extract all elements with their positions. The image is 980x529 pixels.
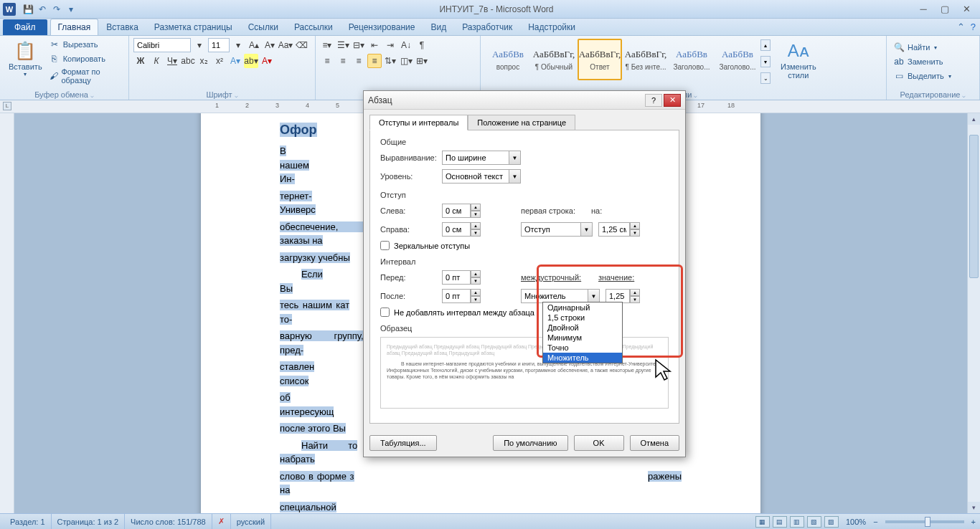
spin-up-icon[interactable]: ▲ — [630, 222, 640, 229]
alignment-dd-icon[interactable]: ▼ — [509, 151, 521, 165]
after-input[interactable] — [442, 289, 471, 303]
line-spacing-icon[interactable]: ⇅▾ — [383, 54, 397, 68]
ok-button[interactable]: OK — [574, 435, 624, 451]
tab-view[interactable]: Вид — [423, 19, 454, 35]
strikethrough-icon[interactable]: abc — [181, 54, 195, 68]
find-button[interactable]: 🔍Найти▾ — [891, 41, 975, 54]
at-value-input[interactable] — [606, 289, 630, 303]
outdent-icon[interactable]: ⇤ — [367, 38, 382, 52]
close-button[interactable]: ✕ — [958, 4, 974, 15]
minimize-button[interactable]: ─ — [915, 4, 931, 15]
multilevel-icon[interactable]: ⊟▾ — [352, 38, 366, 52]
status-spellcheck[interactable]: ✗ — [212, 514, 231, 529]
dialog-close-button[interactable]: ✕ — [664, 94, 681, 107]
vertical-scrollbar[interactable]: ▴ ▾ — [967, 113, 980, 513]
font-name-combo[interactable] — [133, 38, 191, 52]
dd-opt-min[interactable]: Минимум — [543, 333, 622, 343]
tab-mailings[interactable]: Рассылки — [286, 19, 341, 35]
spin-down-icon[interactable]: ▼ — [471, 211, 481, 218]
tab-selector-icon[interactable]: L — [3, 102, 11, 110]
font-name-dd[interactable]: ▾ — [192, 38, 207, 52]
font-size-combo[interactable] — [208, 38, 230, 52]
view-outline-icon[interactable]: ▧ — [807, 516, 821, 528]
maximize-button[interactable]: ▢ — [937, 4, 953, 15]
spin-down-icon[interactable]: ▼ — [630, 229, 640, 237]
no-space-checkbox[interactable] — [380, 308, 390, 317]
spin-down-icon[interactable]: ▼ — [471, 296, 481, 303]
view-web-icon[interactable]: ▥ — [790, 516, 804, 528]
mirror-indents-checkbox[interactable] — [380, 241, 390, 250]
tabs-button[interactable]: Табуляция... — [369, 435, 437, 451]
tab-layout[interactable]: Разметка страницы — [146, 19, 240, 35]
style-2[interactable]: АаБбВвГг,Ответ — [578, 39, 622, 80]
align-center-icon[interactable]: ≡ — [336, 54, 350, 68]
dd-opt-double[interactable]: Двойной — [543, 323, 622, 333]
styles-up-icon[interactable]: ▴ — [760, 39, 771, 51]
scroll-thumb[interactable] — [969, 135, 979, 278]
align-right-icon[interactable]: ≡ — [352, 54, 366, 68]
dialog-help-button[interactable]: ? — [645, 94, 662, 107]
replace-button[interactable]: abЗаменить — [891, 55, 975, 68]
spin-up-icon[interactable]: ▲ — [471, 289, 481, 296]
highlight-icon[interactable]: ab▾ — [244, 54, 258, 68]
bullets-icon[interactable]: ≡▾ — [320, 38, 334, 52]
cancel-button[interactable]: Отмена — [630, 435, 679, 451]
file-tab[interactable]: Файл — [3, 19, 47, 35]
dialog-tab-position[interactable]: Положение на странице — [468, 115, 575, 130]
dialog-tab-indents[interactable]: Отступы и интервалы — [369, 115, 468, 130]
vertical-ruler[interactable] — [0, 113, 14, 513]
zoom-value[interactable]: 100% — [846, 518, 866, 526]
clear-format-icon[interactable]: ⌫ — [294, 38, 308, 52]
line-spacing-dd-icon[interactable]: ▼ — [588, 289, 600, 303]
save-icon[interactable]: 💾 — [22, 3, 34, 16]
copy-button[interactable]: ⎘Копировать — [47, 52, 124, 65]
subscript-icon[interactable]: x₂ — [197, 54, 211, 68]
underline-icon[interactable]: Ч▾ — [165, 54, 179, 68]
status-page[interactable]: Страница: 1 из 2 — [52, 514, 126, 529]
dd-opt-multiple[interactable]: Множитель — [543, 353, 622, 363]
justify-icon[interactable]: ≡ — [367, 54, 382, 68]
font-color-icon[interactable]: A▾ — [260, 54, 274, 68]
first-line-dd-icon[interactable]: ▼ — [581, 222, 593, 237]
grow-font-icon[interactable]: A▴ — [247, 38, 261, 52]
align-left-icon[interactable]: ≡ — [320, 54, 334, 68]
status-section[interactable]: Раздел: 1 — [4, 514, 52, 529]
style-0[interactable]: АаБбВввопрос — [486, 39, 530, 80]
dd-opt-exact[interactable]: Точно — [543, 343, 622, 353]
dd-opt-onehalf[interactable]: 1,5 строки — [543, 313, 622, 323]
style-5[interactable]: АаБбВвЗаголово... — [715, 39, 760, 80]
italic-icon[interactable]: К — [149, 54, 164, 68]
tab-developer[interactable]: Разработчик — [454, 19, 520, 35]
shading-icon[interactable]: ◫▾ — [399, 54, 413, 68]
tab-review[interactable]: Рецензирование — [341, 19, 423, 35]
indent-right-input[interactable] — [442, 222, 471, 237]
first-line-combo[interactable] — [521, 222, 581, 237]
view-read-icon[interactable]: ▤ — [773, 516, 787, 528]
minimize-ribbon-icon[interactable]: ⌃ — [957, 22, 965, 32]
first-line-by-input[interactable] — [598, 222, 630, 237]
status-language[interactable]: русский — [231, 514, 271, 529]
spin-up-icon[interactable]: ▲ — [630, 289, 640, 296]
change-case-icon[interactable]: Aa▾ — [278, 38, 293, 52]
tab-home[interactable]: Главная — [50, 19, 99, 35]
before-input[interactable] — [442, 270, 471, 285]
indent-icon[interactable]: ⇥ — [383, 38, 397, 52]
line-spacing-combo[interactable] — [521, 289, 588, 303]
font-size-dd[interactable]: ▾ — [231, 38, 245, 52]
pilcrow-icon[interactable]: ¶ — [415, 38, 429, 52]
dd-opt-single[interactable]: Одинарный — [543, 302, 622, 313]
indent-left-input[interactable] — [442, 204, 471, 218]
spin-down-icon[interactable]: ▼ — [471, 229, 481, 237]
tab-references[interactable]: Ссылки — [240, 19, 286, 35]
redo-icon[interactable]: ↷ — [50, 3, 63, 16]
paste-button[interactable]: 📋Вставить▾ — [4, 38, 47, 85]
style-1[interactable]: АаБбВвГг,¶ Обычный — [532, 39, 576, 80]
change-styles-button[interactable]: AᴀИзменить стили — [776, 38, 821, 85]
default-button[interactable]: По умолчанию — [493, 435, 567, 451]
alignment-combo[interactable] — [442, 151, 509, 165]
dialog-titlebar[interactable]: Абзац ? ✕ — [364, 91, 685, 110]
text-effects-icon[interactable]: A▾ — [228, 54, 242, 68]
status-words[interactable]: Число слов: 151/788 — [125, 514, 212, 529]
zoom-slider[interactable] — [885, 520, 964, 523]
numbering-icon[interactable]: ☰▾ — [336, 38, 350, 52]
